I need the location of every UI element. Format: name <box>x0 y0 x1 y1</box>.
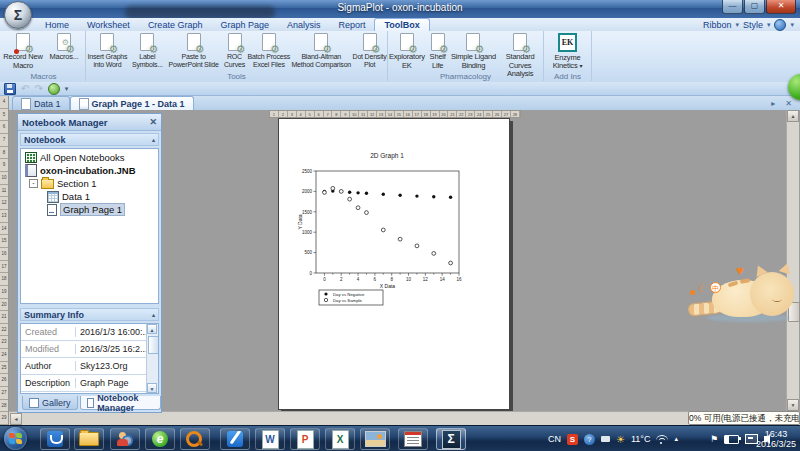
graph-page-icon <box>79 98 89 110</box>
ribbon-tab-toolbox[interactable]: ToolBox <box>374 18 429 31</box>
svg-text:8: 8 <box>390 277 393 282</box>
ruler-mark: 28 <box>0 400 8 413</box>
exploratory-ek-button[interactable]: ⚙ Exploratory EK <box>388 31 426 71</box>
ribbon-group-pharmacology: ⚙ Exploratory EK ⚙ Shelf Life ⚙ Simple L… <box>388 31 544 81</box>
enzyme-kinetics-button[interactable]: EK Enzyme Kinetics ▾ <box>545 31 591 71</box>
shelf-life-button[interactable]: ⚙ Shelf Life <box>426 31 450 71</box>
scroll-down-icon[interactable]: ▼ <box>147 383 157 393</box>
taskbar-photo-button[interactable] <box>360 428 390 450</box>
taskbar-search-button[interactable] <box>180 428 210 450</box>
scroll-up-icon[interactable]: ▲ <box>147 324 157 334</box>
tree-item-section-1[interactable]: - Section 1 <box>21 177 158 190</box>
graph-page[interactable]: 2D Graph 1050010001500200025000246810121… <box>278 118 510 410</box>
taskbar-powerpoint-button[interactable]: P <box>290 428 320 450</box>
battery-icon[interactable] <box>724 435 739 444</box>
ruler-mark: 19 <box>431 111 440 117</box>
paste-to-powerpoint-slide-button[interactable]: ⚙ Paste to PowerPoint Slide <box>166 31 222 71</box>
ribbon-tab-analysis[interactable]: Analysis <box>278 19 330 31</box>
ruler-mark: 6 <box>0 121 8 134</box>
label-symbols-button[interactable]: ⚙ Label Symbols... <box>129 31 166 71</box>
customize-toolbar-icon[interactable]: ▾ <box>65 85 69 93</box>
tab-graph-page-1[interactable]: Graph Page 1 - Data 1 <box>70 96 194 110</box>
maximize-button[interactable]: ▢ <box>744 0 765 14</box>
ribbon-tab-home[interactable]: Home <box>36 19 78 31</box>
panel-close-icon[interactable]: ✕ <box>149 117 157 127</box>
taskbar-explorer-button[interactable] <box>74 428 104 450</box>
svg-text:0: 0 <box>309 271 312 276</box>
insert-graphs-into-word-button[interactable]: ⚙ Insert Graphs into Word <box>86 31 129 71</box>
tree-item-data-1[interactable]: Data 1 <box>21 190 158 203</box>
macros-button[interactable]: ⚙⚙ Macros... <box>44 31 85 71</box>
wifi-icon[interactable] <box>656 435 668 444</box>
bland-altman-method-comparison-button[interactable]: ⚙ Bland-Altman Method Comparison <box>290 31 352 71</box>
summary-scrollbar[interactable]: ▲ ▼ <box>146 324 158 393</box>
taskbar-word-button[interactable]: W <box>255 428 285 450</box>
ruler-mark: 23 <box>466 111 475 117</box>
ribbon-tab-create-graph[interactable]: Create Graph <box>139 19 212 31</box>
simple-ligand-binding-button[interactable]: ⚙ Simple Ligand Binding <box>450 31 498 71</box>
tree-item-graph-page-1[interactable]: Graph Page 1 <box>21 203 158 216</box>
app-menu-orb[interactable]: Σ <box>4 1 32 29</box>
pet-badge-icon[interactable]: 中 <box>710 282 721 293</box>
cat-closed-eye <box>772 296 782 302</box>
section-folder-icon <box>41 179 54 189</box>
vertical-scrollbar[interactable]: ▲ ▼ <box>786 110 799 411</box>
taskbar-browser-button[interactable]: e <box>145 428 175 450</box>
close-button[interactable]: ✕ <box>766 0 796 14</box>
taskbar-excel-button[interactable]: X <box>325 428 355 450</box>
scroll-left-icon[interactable]: ◄ <box>10 413 22 425</box>
summary-info-bar[interactable]: Summary Info ▴ <box>20 308 159 321</box>
tree-item-notebook[interactable]: oxon-incubation.JNB <box>21 164 158 177</box>
action-center-flag-icon[interactable]: ⚑ <box>710 434 718 444</box>
style-menu[interactable]: Style <box>743 20 763 30</box>
collapse-icon[interactable]: ▴ <box>152 136 155 143</box>
collapse-icon[interactable]: ▴ <box>152 311 155 318</box>
desktop-pet-cat[interactable]: ♥ ☾ 中 <box>688 266 800 322</box>
title-bar[interactable]: SigmaPlot - oxon-incubation — ▢ ✕ <box>0 0 800 19</box>
taskbar-notes-button[interactable] <box>220 428 250 450</box>
ribbon-menu[interactable]: Ribbon <box>703 20 732 30</box>
roc-curves-button[interactable]: ⚙ ROC Curves <box>222 31 248 71</box>
weather-sun-icon[interactable]: ☀ <box>616 434 625 445</box>
batch-process-excel-files-button[interactable]: ⚙ Batch Process Excel Files <box>247 31 290 71</box>
tab-close-icon[interactable]: ✕ <box>785 99 792 108</box>
ribbon-tab-report[interactable]: Report <box>329 19 374 31</box>
ruler-mark: 2 <box>279 111 288 117</box>
horizontal-scrollbar[interactable]: ◄ <box>8 411 800 426</box>
sogou-icon[interactable]: S <box>567 434 578 445</box>
scroll-down-icon[interactable]: ▼ <box>787 399 799 411</box>
tab-data-1[interactable]: Data 1 <box>12 96 70 110</box>
collapse-expander-icon[interactable]: - <box>29 179 38 188</box>
redo-icon[interactable]: ↷ <box>34 84 42 94</box>
ribbon-tab-worksheet[interactable]: Worksheet <box>78 19 139 31</box>
hidden-icons-arrow[interactable]: ▴ <box>674 435 678 443</box>
qat-green-icon[interactable] <box>48 83 60 95</box>
input-language-indicator[interactable]: CN <box>548 434 561 444</box>
tray-blue-icon[interactable]: ? <box>584 434 595 445</box>
start-button[interactable] <box>4 427 27 450</box>
undo-icon[interactable]: ↶ <box>21 84 29 94</box>
tab-scroll-right-icon[interactable]: ▸ <box>771 99 775 108</box>
notebook-section-bar[interactable]: Notebook ▴ <box>20 133 159 146</box>
standard-curves-analysis-button[interactable]: ⚙ Standard Curves Analysis <box>497 31 543 71</box>
scroll-thumb[interactable] <box>148 336 159 354</box>
dot-density-plot-button[interactable]: ⚙ Dot Density Plot <box>352 31 387 71</box>
tree-item-all-open-notebooks[interactable]: All Open Notebooks <box>21 151 158 164</box>
tab-notebook-manager[interactable]: Notebook Manager <box>80 396 161 410</box>
save-icon[interactable] <box>4 83 16 95</box>
panel-header[interactable]: Notebook Manager ✕ <box>18 114 161 131</box>
ribbon-tab-graph-page[interactable]: Graph Page <box>211 19 278 31</box>
worksheet-icon <box>21 98 31 110</box>
record-new-macro-button[interactable]: ⚙ Record New Macro <box>3 31 44 71</box>
taskbar-monitor-button[interactable] <box>398 428 428 450</box>
taskbar-clock[interactable]: 16:43 2016/3/25 <box>756 429 796 449</box>
tray-keyboard-icon[interactable] <box>601 436 610 442</box>
scroll-up-icon[interactable]: ▲ <box>787 110 799 122</box>
tab-gallery[interactable]: Gallery <box>22 396 78 410</box>
taskbar-blue-app-button[interactable] <box>40 428 70 450</box>
taskbar-user-search-button[interactable] <box>110 428 140 450</box>
taskbar-sigmaplot-button[interactable]: Σ <box>436 428 466 450</box>
svg-text:4: 4 <box>357 277 360 282</box>
minimize-button[interactable]: — <box>722 0 743 14</box>
help-icon[interactable] <box>774 19 786 31</box>
